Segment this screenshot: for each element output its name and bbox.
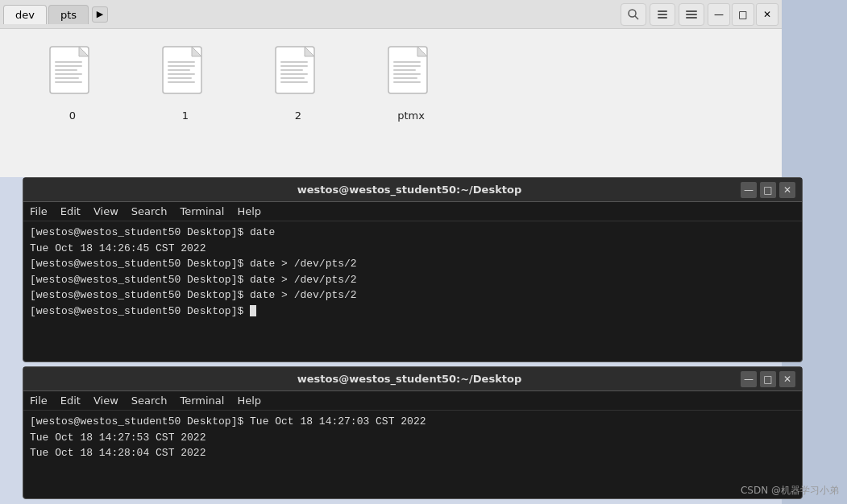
svg-rect-12: [55, 73, 82, 75]
menu-help-2[interactable]: Help: [237, 395, 261, 407]
terminal-line-1-1: Tue Oct 18 14:26:45 CST 2022: [30, 241, 795, 257]
terminal-title-2: westos@westos_student50:~/Desktop: [78, 373, 741, 385]
svg-rect-3: [658, 14, 667, 15]
svg-rect-4: [658, 17, 667, 19]
terminal-line-1-3: [westos@westos_student50 Desktop]$ date …: [30, 272, 795, 288]
terminal-titlebar-2: westos@westos_student50:~/Desktop — □ ✕: [23, 367, 802, 391]
list-button-2[interactable]: [679, 3, 704, 26]
svg-rect-23: [280, 61, 308, 63]
minimize-button-1[interactable]: —: [741, 182, 757, 198]
tab-arrow[interactable]: ▶: [92, 6, 108, 23]
svg-rect-24: [280, 65, 308, 67]
menu-terminal-1[interactable]: Terminal: [180, 205, 224, 217]
minimize-button-2[interactable]: —: [741, 371, 757, 387]
terminal-line-1-2: [westos@westos_student50 Desktop]$ date …: [30, 256, 795, 272]
svg-rect-32: [393, 69, 416, 71]
menu-view-1[interactable]: View: [93, 205, 118, 217]
maximize-button-top[interactable]: □: [732, 3, 754, 26]
file-manager-tabs: dev pts ▶: [0, 0, 782, 29]
terminal-window-2: westos@westos_student50:~/Desktop — □ ✕ …: [23, 366, 803, 499]
watermark: CSDN @机器学习小弟: [741, 484, 839, 498]
file-label-2: 2: [295, 109, 301, 122]
close-button-top[interactable]: ✕: [756, 3, 778, 26]
file-item-ptmx[interactable]: ptmx: [387, 45, 435, 122]
menu-edit-2[interactable]: Edit: [60, 395, 81, 407]
maximize-button-1[interactable]: □: [760, 182, 776, 198]
svg-rect-20: [168, 77, 192, 79]
svg-line-1: [635, 16, 638, 19]
svg-rect-16: [168, 61, 195, 63]
menu-edit-1[interactable]: Edit: [60, 205, 81, 217]
svg-rect-34: [393, 77, 417, 79]
file-label-ptmx: ptmx: [397, 109, 425, 122]
window-controls-top: — □ ✕: [708, 3, 778, 26]
terminal-win-controls-2: — □ ✕: [741, 371, 795, 387]
menu-help-1[interactable]: Help: [237, 205, 261, 217]
terminal-win-controls-1: — □ ✕: [741, 182, 795, 198]
menu-terminal-2[interactable]: Terminal: [180, 395, 224, 407]
close-button-2[interactable]: ✕: [779, 371, 795, 387]
file-icon-ptmx: [387, 45, 435, 103]
terminal-menubar-1: File Edit View Search Terminal Help: [23, 202, 802, 221]
terminal-line-1-4: [westos@westos_student50 Desktop]$ date …: [30, 287, 795, 304]
svg-rect-14: [55, 81, 82, 83]
minimize-button-top[interactable]: —: [708, 3, 730, 26]
menu-view-2[interactable]: View: [93, 395, 118, 407]
svg-rect-28: [280, 81, 308, 83]
svg-rect-6: [686, 14, 697, 15]
file-manager: dev pts ▶: [0, 0, 782, 177]
svg-rect-19: [168, 73, 195, 75]
svg-rect-35: [393, 81, 421, 83]
file-label-1: 1: [182, 109, 189, 122]
close-button-1[interactable]: ✕: [779, 182, 795, 198]
svg-rect-26: [280, 73, 308, 75]
svg-rect-10: [55, 65, 82, 67]
svg-rect-21: [168, 81, 195, 83]
terminal-line-1-0: [westos@westos_student50 Desktop]$ date: [30, 225, 795, 241]
file-label-0: 0: [69, 109, 76, 122]
tab-pts[interactable]: pts: [48, 5, 89, 24]
tab-dev[interactable]: dev: [3, 5, 47, 24]
svg-rect-5: [686, 10, 697, 12]
terminal-line-2-2: Tue Oct 18 14:28:04 CST 2022: [30, 445, 795, 461]
svg-rect-9: [55, 61, 82, 63]
svg-rect-17: [168, 65, 195, 67]
menu-file-2[interactable]: File: [30, 395, 48, 407]
menu-file-1[interactable]: File: [30, 205, 48, 217]
terminal-body-2[interactable]: [westos@westos_student50 Desktop]$ Tue O…: [23, 411, 802, 465]
maximize-button-2[interactable]: □: [760, 371, 776, 387]
svg-rect-25: [280, 69, 303, 71]
file-icon-0: [48, 45, 97, 103]
svg-rect-11: [55, 69, 77, 71]
terminal-body-1[interactable]: [westos@westos_student50 Desktop]$ date …: [23, 221, 802, 322]
cursor-1: [250, 305, 256, 316]
svg-rect-33: [393, 73, 421, 75]
file-item-1[interactable]: 1: [161, 45, 210, 122]
svg-point-0: [629, 10, 636, 17]
file-item-2[interactable]: 2: [274, 45, 322, 122]
terminal-line-2-0: [westos@westos_student50 Desktop]$ Tue O…: [30, 414, 795, 430]
svg-rect-2: [658, 10, 667, 12]
svg-rect-13: [55, 77, 79, 79]
file-item-0[interactable]: 0: [48, 45, 97, 122]
terminal-menubar-2: File Edit View Search Terminal Help: [23, 391, 802, 411]
file-icon-1: [161, 45, 210, 103]
svg-rect-31: [393, 65, 421, 67]
menu-search-1[interactable]: Search: [131, 205, 168, 217]
terminal-line-1-5: [westos@westos_student50 Desktop]$: [30, 304, 795, 320]
svg-rect-7: [686, 17, 697, 19]
search-button[interactable]: [621, 3, 646, 26]
svg-rect-18: [168, 69, 190, 71]
terminal-window-1: westos@westos_student50:~/Desktop — □ ✕ …: [23, 177, 803, 362]
terminal-line-2-1: Tue Oct 18 14:27:53 CST 2022: [30, 430, 795, 446]
terminal-titlebar-1: westos@westos_student50:~/Desktop — □ ✕: [23, 178, 802, 202]
svg-rect-27: [280, 77, 305, 79]
file-area: 0 1: [0, 29, 782, 138]
tab-toolbar: — □ ✕: [621, 3, 778, 26]
file-icon-2: [274, 45, 322, 103]
menu-search-2[interactable]: Search: [131, 395, 168, 407]
list-button-1[interactable]: [650, 3, 675, 26]
svg-rect-30: [393, 61, 421, 63]
terminal-title-1: westos@westos_student50:~/Desktop: [78, 184, 741, 196]
